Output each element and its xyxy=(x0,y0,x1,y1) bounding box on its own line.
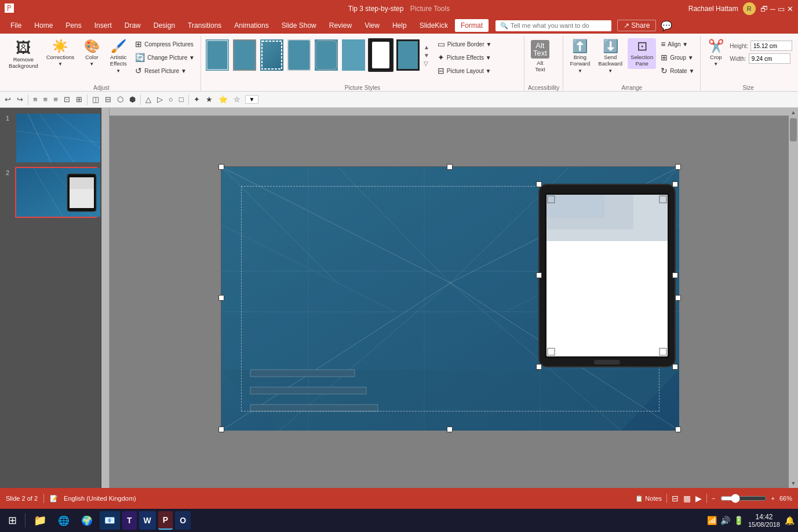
send-backward-button[interactable]: ⬇️ SendBackward ▼ xyxy=(595,38,625,75)
toolbar-btn-17[interactable]: ☆ xyxy=(231,94,243,105)
battery-icon[interactable]: 🔋 xyxy=(734,516,744,525)
menu-item-view[interactable]: View xyxy=(359,19,385,32)
restore-down-icon[interactable]: 🗗 xyxy=(760,5,768,13)
picture-layout-button[interactable]: ⊟ Picture Layout ▼ xyxy=(435,65,494,76)
slide-thumb-1[interactable]: 1 xyxy=(15,112,97,163)
menu-item-help[interactable]: Help xyxy=(387,19,413,32)
notes-button[interactable]: 📋 Notes xyxy=(635,495,662,502)
picture-effects-button[interactable]: ✦ Picture Effects ▼ xyxy=(435,52,494,63)
menu-item-pens[interactable]: Pens xyxy=(60,19,87,32)
menu-item-design[interactable]: Design xyxy=(148,19,181,32)
toolbar-btn-16[interactable]: ⭐ xyxy=(216,94,230,105)
outlook-2-button[interactable]: O xyxy=(175,511,191,530)
zoom-in-btn[interactable]: + xyxy=(771,495,775,502)
toolbar-btn-12[interactable]: ○ xyxy=(166,94,176,105)
word-button[interactable]: W xyxy=(139,511,156,530)
slideshow-view-icon[interactable]: ▶ xyxy=(695,494,702,503)
search-input[interactable] xyxy=(511,22,603,29)
toolbar-btn-11[interactable]: ▷ xyxy=(155,94,165,105)
alt-text-button[interactable]: AltText AltText xyxy=(528,38,552,75)
sel-handle-tc[interactable] xyxy=(447,164,453,170)
reset-picture-button[interactable]: ↺ Reset Picture ▼ xyxy=(133,65,197,76)
toolbar-btn-13[interactable]: □ xyxy=(177,94,186,105)
sound-icon[interactable]: 🔊 xyxy=(720,516,730,525)
picture-style-2[interactable] xyxy=(232,38,257,72)
toolbar-btn-2[interactable]: ≡ xyxy=(41,94,50,105)
crop-button[interactable]: ✂️ Crop ▼ xyxy=(704,38,727,68)
color-button[interactable]: 🎨 Color ▼ xyxy=(79,38,104,68)
picture-style-4[interactable] xyxy=(286,38,312,72)
toolbar-btn-9[interactable]: ⬢ xyxy=(127,94,138,105)
picture-style-3[interactable] xyxy=(259,38,285,72)
toolbar-btn-15[interactable]: ★ xyxy=(203,94,215,105)
close-icon[interactable]: ✕ xyxy=(787,5,793,13)
outline-view-icon[interactable]: ▦ xyxy=(683,494,691,503)
scroll-down-icon[interactable]: ▼ xyxy=(424,52,429,59)
corrections-button[interactable]: ☀️ Corrections ▼ xyxy=(43,38,78,68)
network-icon[interactable]: 📶 xyxy=(707,516,717,525)
menu-item-slidekick[interactable]: SlideKick xyxy=(414,19,454,32)
minimize-icon[interactable]: ─ xyxy=(770,5,775,13)
tablet-overlay[interactable] xyxy=(536,181,678,370)
browser-1-button[interactable]: 🌐 xyxy=(53,511,74,530)
picture-style-8[interactable] xyxy=(395,38,421,72)
share-button[interactable]: ↗ Share xyxy=(617,20,656,31)
zoom-slider[interactable] xyxy=(720,494,767,503)
change-picture-button[interactable]: 🔄 Change Picture ▼ xyxy=(133,52,197,63)
toolbar-btn-10[interactable]: △ xyxy=(143,94,154,105)
tablet-sel-handle-tl[interactable] xyxy=(536,181,542,187)
rotate-button[interactable]: ↻ Rotate ▼ xyxy=(658,65,697,76)
menu-item-review[interactable]: Review xyxy=(323,19,358,32)
tablet-sel-handle-tr[interactable] xyxy=(672,181,678,187)
zoom-out-btn[interactable]: − xyxy=(712,495,715,502)
canvas-area[interactable]: ▲ ▼ xyxy=(101,108,798,488)
window-controls[interactable]: 🗗 ─ ▭ ✕ xyxy=(760,5,793,13)
tablet-sel-handle-bl[interactable] xyxy=(536,364,542,370)
height-input[interactable] xyxy=(750,41,792,51)
picture-border-button[interactable]: ▭ Picture Border ▼ xyxy=(435,38,494,50)
scroll-up-icon[interactable]: ▲ xyxy=(424,44,429,50)
teams-button[interactable]: T xyxy=(122,511,137,530)
picture-style-7[interactable] xyxy=(368,38,393,72)
comments-icon[interactable]: 💬 xyxy=(661,20,672,31)
normal-view-icon[interactable]: ⊟ xyxy=(672,494,679,503)
remove-background-button[interactable]: 🖼 RemoveBackground xyxy=(6,38,41,71)
scroll-up-btn[interactable]: ▲ xyxy=(789,108,798,117)
powerpoint-button[interactable]: P xyxy=(158,511,173,530)
bring-forward-button[interactable]: ⬆️ BringForward ▼ xyxy=(567,38,593,75)
toolbar-btn-14[interactable]: ✦ xyxy=(191,94,202,105)
maximize-icon[interactable]: ▭ xyxy=(778,5,785,13)
sel-handle-br[interactable] xyxy=(675,427,681,432)
slide-thumb-2[interactable]: 2 xyxy=(15,167,97,218)
right-scrollbar[interactable]: ▲ ▼ xyxy=(789,108,798,488)
chrome-button[interactable]: 🌍 xyxy=(76,511,97,530)
slide-canvas[interactable] xyxy=(221,166,679,430)
menu-item-home[interactable]: Home xyxy=(28,19,59,32)
expand-styles-icon[interactable]: ▽ xyxy=(424,60,429,67)
sel-handle-bc[interactable] xyxy=(447,427,453,432)
picture-style-5[interactable] xyxy=(314,38,339,72)
picture-style-1[interactable] xyxy=(205,38,230,72)
width-input[interactable] xyxy=(749,53,790,64)
toolbar-btn-6[interactable]: ◫ xyxy=(90,94,101,105)
tablet-sel-handle-mr[interactable] xyxy=(672,272,678,278)
toolbar-btn-7[interactable]: ⊟ xyxy=(103,94,114,105)
toolbar-btn-1[interactable]: ≡ xyxy=(31,94,40,105)
menu-item-animations[interactable]: Animations xyxy=(228,19,274,32)
toolbar-btn-5[interactable]: ⊞ xyxy=(74,94,85,105)
menu-item-transitions[interactable]: Transitions xyxy=(182,19,227,32)
toolbar-btn-4[interactable]: ⊡ xyxy=(61,94,72,105)
scroll-down-btn[interactable]: ▼ xyxy=(789,479,798,488)
outlook-1-button[interactable]: 📧 xyxy=(100,511,120,530)
menu-item-file[interactable]: File xyxy=(5,19,27,32)
compress-pictures-button[interactable]: ⊞ Compress Pictures xyxy=(133,38,197,50)
sel-handle-tl[interactable] xyxy=(218,164,224,170)
search-box[interactable]: 🔍 xyxy=(495,20,611,31)
menu-item-draw[interactable]: Draw xyxy=(119,19,147,32)
file-explorer-button[interactable]: 📁 xyxy=(29,511,51,530)
redo-button[interactable]: ↪ xyxy=(14,94,25,105)
sel-handle-ml[interactable] xyxy=(218,295,224,301)
align-button[interactable]: ≡ Align ▼ xyxy=(658,38,697,50)
tablet-sel-handle-ml[interactable] xyxy=(536,272,542,278)
sel-handle-tr[interactable] xyxy=(675,164,681,170)
